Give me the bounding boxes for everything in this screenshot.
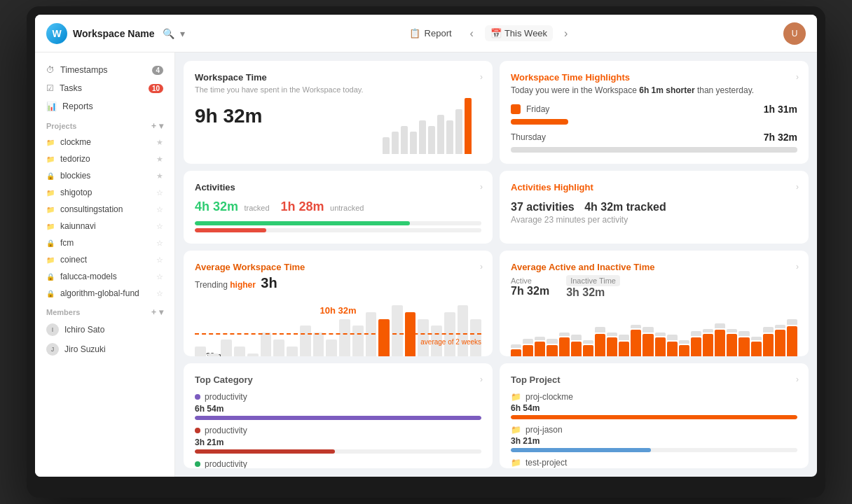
add-member-icon[interactable]: + <box>151 307 156 317</box>
projects-section-actions[interactable]: + ▾ <box>151 121 163 131</box>
sidebar-item-tasks[interactable]: ☑ Tasks 10 <box>35 79 174 97</box>
cat-label-1: productivity <box>195 426 481 435</box>
inactive-label: Inactive Time <box>566 275 620 286</box>
wt-bar-2 <box>401 126 408 154</box>
lock-icon: 🔒 <box>46 172 55 180</box>
proj-label-2: 📁 test-project <box>511 458 797 468</box>
cat-name-2: productivity <box>205 459 247 469</box>
chevron-down-icon[interactable]: ▾ <box>180 28 185 39</box>
awt-bar-10 <box>326 340 337 356</box>
workspace-time-chevron[interactable]: › <box>480 72 483 82</box>
proj-folder-icon-1: 📁 <box>511 425 521 435</box>
awt-chevron[interactable]: › <box>480 262 483 272</box>
sidebar-item-project-falucca-models[interactable]: 🔒 falucca-models ☆ <box>35 268 174 285</box>
expand-projects-icon[interactable]: ▾ <box>159 121 163 131</box>
sidebar-item-project-blockies[interactable]: 🔒 blockies ★ <box>35 167 174 184</box>
project-name: clockme <box>60 137 91 147</box>
awt-bar-12 <box>352 326 364 356</box>
proj-label-0: 📁 proj-clockme <box>511 392 797 402</box>
project-name: falucca-models <box>60 272 117 281</box>
next-week-button[interactable]: › <box>564 27 568 40</box>
proj-bar-fill-0 <box>511 415 797 419</box>
folder-icon: 📁 <box>46 223 55 230</box>
inactive-stat: Inactive Time 3h 32m <box>566 275 620 299</box>
ah-count: 37 activities <box>511 201 575 213</box>
aai-bar-group-17 <box>715 304 725 356</box>
expand-members-icon[interactable]: ▾ <box>159 307 163 317</box>
wth-desc: Today you were in the Workspace 6h 1m sh… <box>511 85 797 95</box>
wth-chevron[interactable]: › <box>796 72 799 82</box>
sidebar-item-project-kaiunnavi[interactable]: 📁 kaiunnavi ☆ <box>35 218 174 234</box>
report-nav-button[interactable]: 📋 Report <box>402 25 459 41</box>
sidebar-item-reports[interactable]: 📊 Reports <box>35 97 174 115</box>
main-layout: ⏱ Timestamps 4 ☑ Tasks 10 📊 Reports Proj… <box>35 52 817 477</box>
inactive-bar-1 <box>523 339 533 344</box>
awt-bar-5 <box>261 332 272 356</box>
wt-bar-6 <box>437 115 444 154</box>
reports-icon: 📊 <box>46 102 57 111</box>
awt-avg-text-label: average of 2 weeks <box>420 338 481 346</box>
tc-chevron[interactable]: › <box>480 374 483 384</box>
sidebar-item-member-Jiro-Suzuki[interactable]: J Jiro Suzuki <box>35 340 174 359</box>
project-name: shigotop <box>60 188 92 197</box>
inactive-bar-14 <box>679 340 689 344</box>
user-avatar[interactable]: U <box>783 22 806 45</box>
active-bar-19 <box>738 337 749 356</box>
members-section-actions[interactable]: + ▾ <box>151 307 163 317</box>
aai-stats: Active 7h 32m Inactive Time 3h 32m <box>511 275 797 299</box>
tracked-bar-container <box>195 221 481 225</box>
active-bar-16 <box>703 334 713 356</box>
sidebar-item-project-coinect[interactable]: 📁 coinect ☆ <box>35 251 174 268</box>
inactive-bar-4 <box>559 332 570 336</box>
sidebar-item-project-fcm[interactable]: 🔒 fcm ☆ <box>35 234 174 251</box>
sidebar-item-member-Ichiro-Sato[interactable]: I Ichiro Sato <box>35 320 174 340</box>
awt-bar-8 <box>300 326 311 356</box>
cat-time-0: 6h 54m <box>195 404 481 414</box>
aai-bar-group-0 <box>511 304 521 356</box>
activities-title: Activities <box>195 182 481 192</box>
cat-time-1: 3h 21m <box>195 438 481 447</box>
wth-desc-suffix: than yesterday. <box>695 85 755 95</box>
activities-stats: 4h 32m tracked 1h 28m untracked <box>195 200 481 214</box>
sidebar-item-project-shigotop[interactable]: 📁 shigotop ☆ <box>35 184 174 201</box>
add-project-icon[interactable]: + <box>151 121 156 131</box>
cat-label-0: productivity <box>195 392 481 402</box>
folder-icon: 📁 <box>46 206 55 214</box>
wt-bar-9 <box>465 98 472 154</box>
topbar-right: U <box>783 22 806 45</box>
inactive-bar-20 <box>751 337 762 340</box>
active-bar-6 <box>583 345 593 356</box>
search-icon[interactable]: 🔍 <box>163 28 174 39</box>
aai-bar-group-19 <box>738 304 749 356</box>
week-label: This Week <box>504 28 547 38</box>
inactive-bar-15 <box>691 331 701 337</box>
workspace-time-bars <box>383 98 472 154</box>
folder-icon: 📁 <box>46 155 55 163</box>
wt-bar-5 <box>428 126 435 154</box>
sidebar-item-project-clockme[interactable]: 📁 clockme ★ <box>35 134 174 150</box>
cat-bar-fill-0 <box>195 416 481 420</box>
project-name: consultingstation <box>60 204 123 214</box>
sidebar-item-timestamps[interactable]: ⏱ Timestamps 4 <box>35 61 174 79</box>
inactive-bar-10 <box>631 325 641 328</box>
ah-chevron[interactable]: › <box>796 182 799 192</box>
friday-label-container: Friday <box>511 104 549 114</box>
sidebar-item-project-consultingstation[interactable]: 📁 consultingstation ☆ <box>35 201 174 218</box>
aai-chevron[interactable]: › <box>796 262 799 272</box>
active-bar-18 <box>727 334 737 356</box>
active-value: 7h 32m <box>511 285 549 298</box>
aai-bar-group-16 <box>703 304 713 356</box>
inactive-bar-0 <box>511 344 521 348</box>
activities-chevron[interactable]: › <box>480 182 483 192</box>
sidebar-item-project-tedorizo[interactable]: 📁 tedorizo ★ <box>35 150 174 167</box>
wt-bar-8 <box>455 109 462 154</box>
prev-week-button[interactable]: ‹ <box>470 27 474 40</box>
active-bar-21 <box>763 334 774 356</box>
awt-bar-15 <box>392 305 403 356</box>
tp-chevron[interactable]: › <box>796 374 799 384</box>
report-label: Report <box>425 28 452 38</box>
workspace-time-card: Workspace Time The time you have spent i… <box>184 61 493 164</box>
workspace-time-title: Workspace Time <box>195 72 481 83</box>
cat-dot-1 <box>195 428 200 433</box>
sidebar-item-project-algorithm-global-fund[interactable]: 🔒 algorithm-global-fund ☆ <box>35 285 174 302</box>
